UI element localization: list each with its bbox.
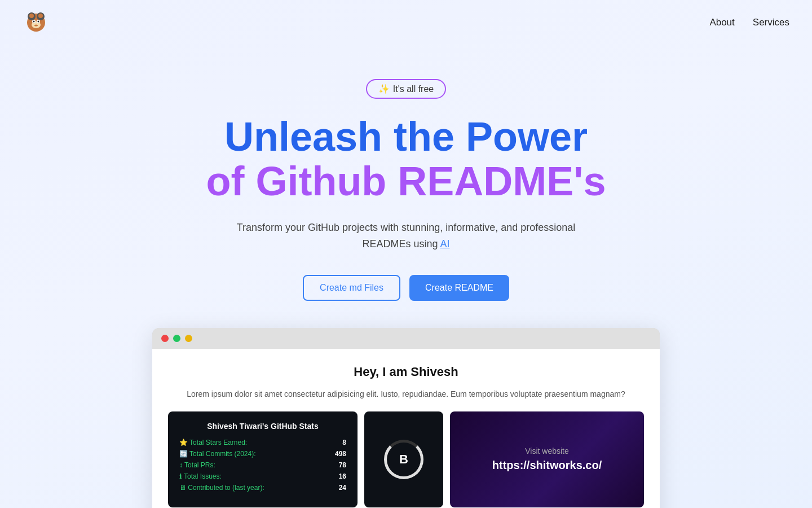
- create-md-button[interactable]: Create md Files: [303, 275, 400, 301]
- svg-point-8: [33, 21, 35, 23]
- nav-links: About Services: [709, 17, 789, 28]
- github-stats-card: Shivesh Tiwari's GitHub Stats ⭐ Total St…: [168, 411, 358, 507]
- hero-title-line1: Unleash the Power: [224, 114, 588, 159]
- hero-title: Unleash the Power of Github README's: [206, 115, 606, 204]
- stat-prs-value: 78: [339, 461, 346, 469]
- circle-b-icon: B: [384, 440, 423, 479]
- stats-row: Shivesh Tiwari's GitHub Stats ⭐ Total St…: [168, 411, 644, 507]
- badge-text: It's all free: [393, 84, 434, 94]
- svg-point-4: [38, 14, 43, 18]
- logo-icon: [23, 8, 50, 35]
- subtitle-text: Transform your GitHub projects with stun…: [237, 222, 576, 249]
- stat-commits: 🔄 Total Commits (2024): 498: [179, 450, 346, 458]
- stat-stars-value: 8: [342, 439, 346, 446]
- stat-issues-value: 16: [339, 472, 346, 480]
- browser-bar: [152, 328, 660, 349]
- stat-issues: ℹ Total Issues: 16: [179, 472, 346, 480]
- hero-section: ✨ It's all free Unleash the Power of Git…: [0, 45, 812, 508]
- stat-commits-value: 498: [335, 450, 346, 458]
- stat-contributed-label: 🖥 Contributed to (last year):: [179, 484, 264, 492]
- stat-stars: ⭐ Total Stars Earned: 8: [179, 439, 346, 446]
- create-readme-button[interactable]: Create README: [409, 275, 509, 301]
- circle-card: B: [364, 411, 443, 507]
- readme-heading: Hey, I am Shivesh: [168, 365, 644, 379]
- website-url: https://shitworks.co/: [464, 459, 630, 472]
- stat-commits-label: 🔄 Total Commits (2024):: [179, 450, 256, 458]
- svg-point-10: [34, 25, 38, 27]
- ai-link[interactable]: AI: [440, 238, 450, 249]
- stats-card-title: Shivesh Tiwari's GitHub Stats: [179, 422, 346, 431]
- website-label: Visit website: [464, 446, 630, 456]
- readme-body: Lorem ipsum dolor sit amet consectetur a…: [168, 388, 644, 400]
- svg-point-9: [38, 21, 39, 23]
- svg-point-3: [29, 14, 34, 18]
- website-card: Visit website https://shitworks.co/: [450, 411, 644, 507]
- stat-prs-label: ↕ Total PRs:: [179, 461, 215, 469]
- badge-icon: ✨: [378, 84, 390, 94]
- cta-buttons: Create md Files Create README: [303, 275, 509, 301]
- navbar: About Services: [0, 0, 812, 45]
- dot-red: [161, 335, 169, 342]
- hero-title-line2: of Github README's: [206, 159, 606, 204]
- dot-yellow: [185, 335, 192, 342]
- stat-prs: ↕ Total PRs: 78: [179, 461, 346, 469]
- free-badge: ✨ It's all free: [366, 79, 446, 99]
- logo-container: [23, 8, 50, 37]
- nav-about[interactable]: About: [709, 17, 734, 28]
- stat-issues-label: ℹ Total Issues:: [179, 472, 222, 480]
- stat-stars-label: ⭐ Total Stars Earned:: [179, 439, 247, 446]
- hero-subtitle: Transform your GitHub projects with stun…: [226, 220, 586, 252]
- dot-green: [173, 335, 180, 342]
- browser-mockup: Hey, I am Shivesh Lorem ipsum dolor sit …: [152, 328, 660, 508]
- stat-contributed-value: 24: [339, 484, 346, 492]
- browser-content: Hey, I am Shivesh Lorem ipsum dolor sit …: [152, 349, 660, 508]
- stat-contributed: 🖥 Contributed to (last year): 24: [179, 484, 346, 492]
- nav-services[interactable]: Services: [753, 17, 789, 28]
